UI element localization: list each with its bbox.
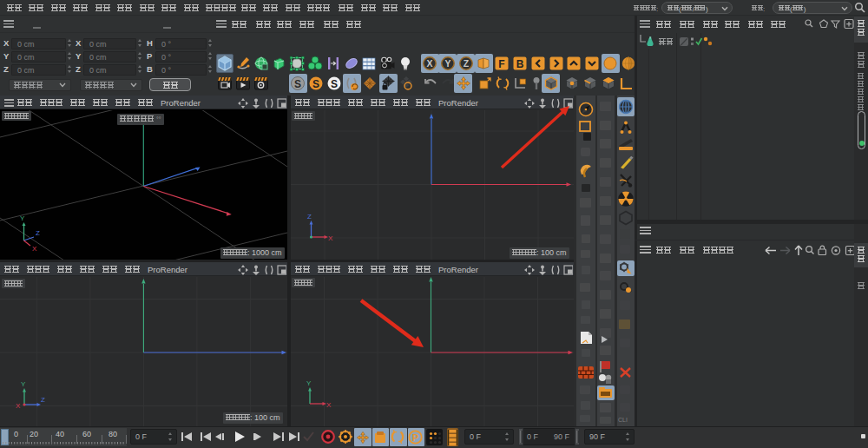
svg-text:Z: Z: [463, 58, 469, 69]
svg-text:P: P: [412, 432, 418, 443]
svg-text:Y: Y: [444, 58, 450, 69]
svg-text:S: S: [331, 78, 338, 90]
svg-text:B: B: [516, 58, 524, 70]
svg-text:S: S: [294, 78, 301, 90]
svg-text:X: X: [426, 58, 432, 69]
svg-text:S: S: [312, 78, 319, 90]
svg-text:F: F: [499, 58, 505, 70]
